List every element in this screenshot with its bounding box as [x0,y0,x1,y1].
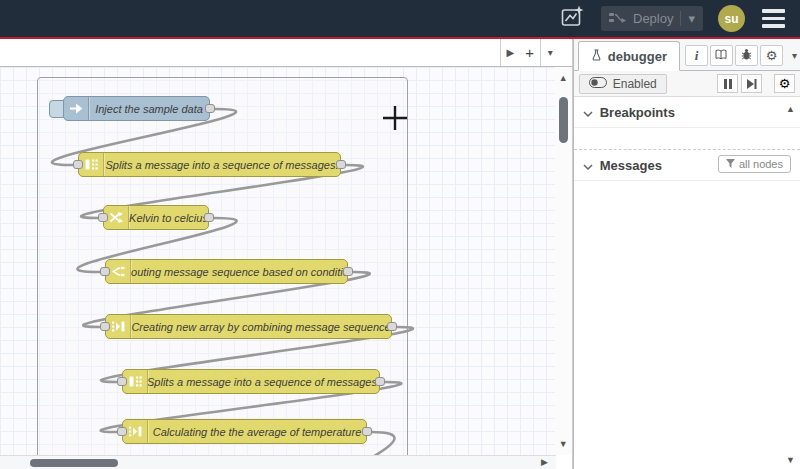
bug-icon [741,48,752,63]
info-icon: i [695,48,699,64]
debugger-settings-button[interactable]: ⚙ [774,74,795,93]
sidebar-scroll-up-icon[interactable]: ▲ [786,104,795,114]
main-area: ▶ + ▾ Inject the sample dataSplits a mes… [0,39,800,469]
toggle-on-icon [589,77,607,91]
scroll-up-icon[interactable]: ▲ [555,73,572,83]
gear-icon: ⚙ [766,49,778,62]
main-menu-button[interactable] [760,6,787,31]
scroll-right-icon[interactable]: ▶ [541,457,548,467]
vertical-scroll-thumb[interactable] [559,97,568,143]
breakpoints-label: Breakpoints [600,105,675,120]
flow-tabstrip: ▶ + ▾ [0,39,572,67]
crosshair-cursor [383,106,407,130]
canvas-vertical-scrollbar[interactable]: ▲ ▼ [555,67,572,455]
tab-debug-messages[interactable] [735,45,758,66]
flow-sparkle-icon [559,4,585,34]
breakpoints-list [574,128,800,149]
sidebar-tabs-chevron-icon[interactable]: ▾ [789,50,800,61]
flow-export-button[interactable] [558,5,586,33]
horizontal-scroll-thumb[interactable] [30,459,118,467]
section-breakpoints[interactable]: Breakpoints [574,97,800,128]
cursor-layer [0,67,556,455]
enabled-label: Enabled [613,77,657,91]
deploy-button[interactable]: Deploy ▾ [601,6,703,31]
scroll-down-icon[interactable]: ▼ [555,439,572,449]
tab-info[interactable]: i [685,45,708,66]
flask-icon [591,49,602,64]
scroll-tabs-right-icon[interactable]: ▶ [500,39,520,66]
menu-bar-icon [762,9,785,13]
tab-debugger-label: debugger [608,49,667,64]
pause-button[interactable] [717,74,738,93]
deploy-label: Deploy [633,11,673,26]
tabstrip-buttons: ▶ + ▾ [500,39,560,66]
deploy-divider [680,11,681,26]
add-flow-button[interactable]: + [520,39,540,66]
workspace-column: ▶ + ▾ Inject the sample dataSplits a mes… [0,39,573,469]
funnel-icon [726,158,735,170]
user-avatar[interactable]: su [718,5,745,32]
filter-label: all nodes [739,158,783,170]
menu-bar-icon [762,17,785,21]
menu-bar-icon [762,24,785,28]
book-icon [715,49,727,63]
flow-list-chevron-icon[interactable]: ▾ [540,39,560,66]
deploy-options-chevron-icon[interactable]: ▾ [688,11,695,26]
collapse-chevron-icon [583,158,593,173]
messages-label: Messages [600,158,662,173]
section-messages[interactable]: Messages all nodes [574,149,800,181]
deploy-icon [609,11,626,26]
sidebar-tabbar: debugger i [574,39,800,71]
debugger-panel: Breakpoints Messages all nodes ▲ ▼ [574,97,800,469]
sidebar-minitabs: i [685,45,800,66]
tab-debugger[interactable]: debugger [578,41,680,71]
gear-icon: ⚙ [779,77,791,90]
sidebar: debugger i [573,39,800,469]
collapse-chevron-icon [583,105,593,120]
canvas-horizontal-scrollbar[interactable]: ▶ [0,455,556,469]
debugger-toolbar: Enabled ⚙ [574,71,800,97]
debugger-enabled-toggle[interactable]: Enabled [579,74,667,94]
sidebar-scroll-down-icon[interactable]: ▼ [786,455,795,465]
step-button[interactable] [741,74,762,93]
message-filter-button[interactable]: all nodes [718,155,791,173]
app-header: Deploy ▾ su [0,0,800,37]
pause-icon [724,75,732,93]
tab-help[interactable] [710,45,733,66]
tab-config-nodes[interactable]: ⚙ [760,45,783,66]
flow-canvas[interactable]: Inject the sample dataSplits a message i… [0,67,556,455]
step-next-icon [747,75,757,93]
